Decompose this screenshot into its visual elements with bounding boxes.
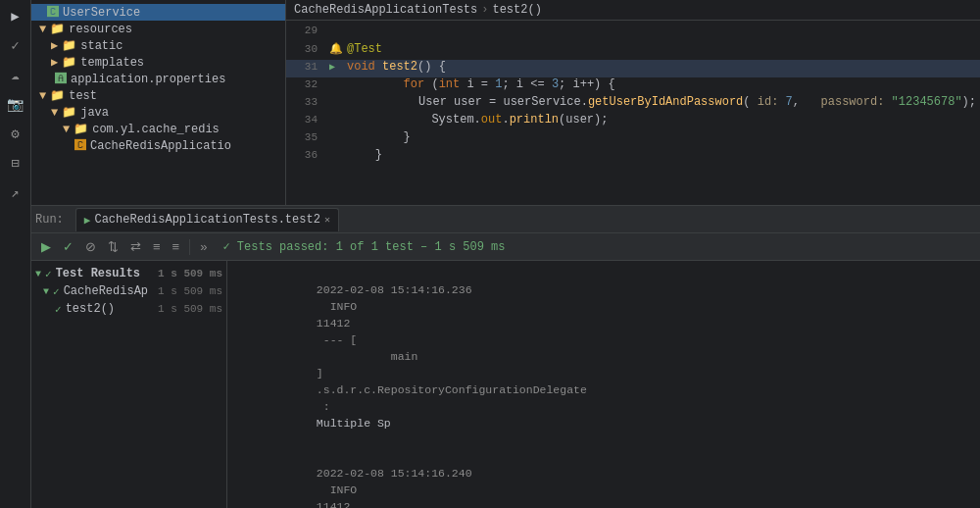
- code-line-36: 36 }: [286, 148, 980, 166]
- node-check: ✓: [53, 285, 60, 298]
- code-line-34: 34 System.out.println(user);: [286, 113, 980, 130]
- run-content: ▼ ✓ Test Results 1 s 509 ms ▼ ✓ CacheRed…: [31, 261, 980, 508]
- folder-icon-resources: 📁: [50, 22, 65, 36]
- sort-button[interactable]: ⇅: [104, 237, 122, 256]
- folder-arrow-icon: ▼: [39, 23, 46, 36]
- header-arrow: ▼: [35, 269, 41, 279]
- run-icon[interactable]: ▶: [4, 4, 27, 27]
- folder-icon-com-yl: 📁: [74, 122, 88, 136]
- run-tab[interactable]: ▶ CacheRedisApplicationTests.test2 ✕: [75, 208, 339, 231]
- sort2-button[interactable]: ⇄: [126, 237, 145, 256]
- pass-badge: ✓ Tests passed: 1 of 1 test – 1 s 509 ms: [222, 239, 505, 254]
- test-node-duration: 1 s 509 ms: [158, 285, 222, 297]
- cloud-icon[interactable]: ☁: [4, 63, 27, 86]
- folder-icon-test: 📁: [50, 88, 65, 103]
- folder-icon-static: 📁: [62, 38, 76, 53]
- folder-arrow-icon-templates: ▶: [51, 55, 58, 70]
- run-tab-bar: Run: ▶ CacheRedisApplicationTests.test2 …: [31, 206, 980, 233]
- bottom-panel: Run: ▶ CacheRedisApplicationTests.test2 …: [31, 206, 980, 508]
- test-node-test2[interactable]: ✓ test2() 1 s 509 ms: [31, 300, 226, 318]
- arrow-icon[interactable]: ↗: [4, 180, 27, 204]
- tree-item-test[interactable]: ▼ 📁 test: [31, 87, 285, 104]
- toolbar-separator: [189, 239, 190, 255]
- gear-icon[interactable]: ⚙: [4, 122, 27, 145]
- test-results-header: ▼ ✓ Test Results 1 s 509 ms: [31, 265, 226, 282]
- folder-arrow-icon-java: ▼: [51, 106, 58, 120]
- test-annotation-icon: 🔔: [329, 42, 345, 55]
- code-lines: 29 30 🔔 @Test 31 ▶ void test2() {: [286, 21, 980, 170]
- filter-button[interactable]: ≡: [149, 237, 165, 256]
- tree-item-static[interactable]: ▶ 📁 static: [31, 37, 285, 54]
- run-tab-arrow: ▶: [84, 214, 91, 227]
- test-results-title: Test Results: [56, 267, 140, 280]
- more-button[interactable]: »: [196, 237, 211, 256]
- code-line-32: 32 for (int i = 1; i <= 3; i++) {: [286, 77, 980, 95]
- code-line-29: 29: [286, 25, 980, 42]
- folder-arrow-icon-com-yl: ▼: [63, 123, 70, 136]
- run-tab-close[interactable]: ✕: [324, 214, 330, 226]
- pass-check-button[interactable]: ✓: [59, 237, 77, 256]
- file-tree: 🅲 UserService ▼ 📁 resources ▶ 📁 static: [31, 0, 286, 205]
- test-results-duration: 1 s 509 ms: [158, 268, 222, 279]
- folder-icon-templates: 📁: [62, 55, 76, 70]
- pass-text: Tests passed: 1 of 1 test – 1 s 509 ms: [237, 240, 506, 254]
- folder-arrow-icon-test: ▼: [39, 89, 46, 103]
- console-line-2: 2022-02-08 15:14:16.240 INFO 11412 --- […: [235, 448, 972, 508]
- run-button[interactable]: ▶: [37, 237, 55, 256]
- run-label: Run:: [35, 213, 64, 227]
- node-arrow: ▼: [43, 286, 49, 297]
- console-output: 2022-02-08 15:14:16.236 INFO 11412 --- […: [227, 261, 980, 508]
- test-node-label: CacheRedisAp: [64, 284, 148, 298]
- code-line-31: 31 ▶ void test2() {: [286, 60, 980, 77]
- tree-item-templates[interactable]: ▶ 📁 templates: [31, 54, 285, 71]
- breadcrumb-sep: ›: [481, 3, 488, 17]
- folder-icon-java: 📁: [62, 105, 76, 120]
- console-line-1: 2022-02-08 15:14:16.236 INFO 11412 --- […: [235, 265, 972, 448]
- test2-label: test2(): [66, 302, 115, 316]
- run-line-icon: ▶: [329, 61, 345, 73]
- tree-item-java[interactable]: ▼ 📁 java: [31, 104, 285, 121]
- folder-arrow-icon-static: ▶: [51, 38, 58, 53]
- java-file-icon: 🅲: [74, 138, 86, 153]
- service-file-icon: 🅲: [47, 5, 59, 20]
- test-node-cacheapp[interactable]: ▼ ✓ CacheRedisAp 1 s 509 ms: [31, 282, 226, 300]
- run-toolbar: ▶ ✓ ⊘ ⇅ ⇄ ≡ ≡ » ✓ Tests passed: 1 of 1 t…: [31, 233, 980, 261]
- test2-check: ✓: [55, 303, 62, 316]
- breadcrumb-part1: CacheRedisApplicationTests: [294, 3, 477, 17]
- breadcrumb-part2: test2(): [492, 3, 541, 17]
- code-line-33: 33 User user = userService.getUserByIdAn…: [286, 95, 980, 113]
- breadcrumb: CacheRedisApplicationTests › test2(): [286, 0, 980, 21]
- test-sidebar: ▼ ✓ Test Results 1 s 509 ms ▼ ✓ CacheRed…: [31, 261, 227, 508]
- tree-item-cacheapp[interactable]: 🅲 CacheRedisApplicatio: [31, 137, 285, 154]
- props-file-icon: 🅰: [55, 72, 67, 86]
- tree-item-appprops[interactable]: 🅰 application.properties: [31, 71, 285, 87]
- tree-item-com-yl[interactable]: ▼ 📁 com.yl.cache_redis: [31, 121, 285, 137]
- pass-check-icon: ✓: [222, 240, 229, 254]
- header-check: ✓: [45, 268, 52, 280]
- main-area: ▶ ✓ ☁ 📷 ⚙ ⊟ ↗ 🅲 UserService ▼ 📁 resource…: [0, 0, 980, 508]
- code-editor: CacheRedisApplicationTests › test2() 29 …: [286, 0, 980, 205]
- code-line-30: 30 🔔 @Test: [286, 42, 980, 60]
- camera-icon[interactable]: 📷: [4, 92, 27, 116]
- test2-duration: 1 s 509 ms: [158, 303, 222, 315]
- run-tab-label: CacheRedisApplicationTests.test2: [94, 213, 319, 227]
- top-area: 🅲 UserService ▼ 📁 resources ▶ 📁 static: [31, 0, 980, 206]
- stop-button[interactable]: ⊘: [81, 237, 100, 256]
- check-icon[interactable]: ✓: [4, 33, 27, 57]
- tree-item-resources[interactable]: ▼ 📁 resources: [31, 21, 285, 37]
- left-sidebar: ▶ ✓ ☁ 📷 ⚙ ⊟ ↗: [0, 0, 31, 508]
- settings-button[interactable]: ≡: [169, 237, 184, 256]
- code-line-35: 35 }: [286, 130, 980, 148]
- content-area: 🅲 UserService ▼ 📁 resources ▶ 📁 static: [31, 0, 980, 508]
- tree-item-userservice[interactable]: 🅲 UserService: [31, 4, 285, 21]
- db-icon[interactable]: ⊟: [4, 151, 27, 175]
